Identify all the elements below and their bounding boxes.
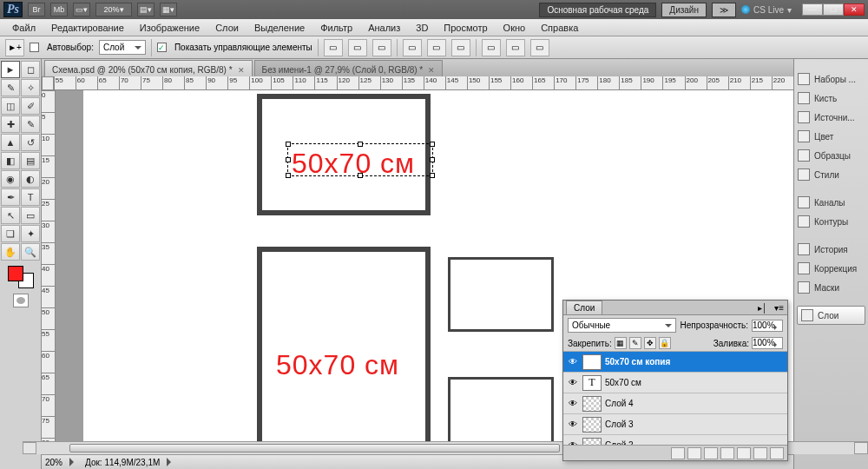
layer-name[interactable]: Слой 3	[605, 419, 634, 429]
dock--[interactable]: История	[794, 240, 868, 259]
layer-thumbnail[interactable]: T	[582, 354, 602, 370]
color-swatches[interactable]	[8, 266, 34, 288]
crop-tool[interactable]: ◫	[1, 97, 20, 115]
dock--[interactable]: Наборы ...	[794, 69, 868, 89]
layer-name[interactable]: Слой 4	[605, 399, 634, 408]
workspace-design-button[interactable]: Дизайн	[661, 3, 707, 17]
bridge-button[interactable]: Br	[28, 3, 45, 17]
blend-mode-select[interactable]: Обычные	[568, 318, 676, 333]
lock-pixels-button[interactable]: ✎	[629, 337, 641, 349]
marquee-tool[interactable]: ◻	[21, 61, 40, 78]
window-max-button[interactable]: ☐	[823, 3, 844, 16]
panel-menu-button[interactable]: ▾≡	[771, 301, 787, 314]
cs-live-button[interactable]: CS Live ▾	[741, 5, 792, 15]
window-min-button[interactable]: —	[802, 3, 823, 16]
dock--[interactable]: Источни...	[794, 108, 868, 127]
type-tool[interactable]: T	[21, 188, 40, 206]
align-6-button[interactable]: ▭	[451, 39, 470, 56]
menu-window[interactable]: Окно	[496, 21, 533, 35]
window-close-button[interactable]: ✕	[844, 3, 865, 16]
layer-thumbnail[interactable]: T	[582, 375, 602, 391]
zoom-preset-button[interactable]: 20% ▾	[95, 3, 132, 17]
align-2-button[interactable]: ▭	[348, 39, 367, 56]
align-4-button[interactable]: ▭	[403, 39, 422, 56]
3d-tool[interactable]: ❏	[1, 225, 20, 242]
blur-tool[interactable]: ◉	[1, 170, 20, 188]
delete-layer-button[interactable]	[770, 447, 784, 459]
dist-2-button[interactable]: ▭	[506, 39, 525, 56]
extras-button[interactable]: ▦▾	[160, 3, 177, 17]
menu-3d[interactable]: 3D	[409, 21, 435, 35]
scroll-right-button[interactable]	[854, 442, 868, 454]
lock-transparent-button[interactable]: ▦	[615, 337, 627, 349]
dock--[interactable]: Кисть	[794, 89, 868, 108]
dock--[interactable]: Маски	[794, 278, 868, 297]
eraser-tool[interactable]: ◧	[1, 152, 20, 169]
dock--[interactable]: Стили	[794, 165, 868, 184]
panel-collapse-button[interactable]: ▸│	[754, 301, 771, 314]
visibility-toggle[interactable]: 👁	[567, 398, 579, 410]
menu-layers[interactable]: Слои	[208, 21, 246, 35]
visibility-toggle[interactable]: 👁	[567, 377, 579, 389]
gradient-tool[interactable]: ▤	[21, 152, 40, 169]
eyedropper-tool[interactable]: ✐	[21, 97, 40, 115]
dist-3-button[interactable]: ▭	[530, 39, 549, 56]
heal-tool[interactable]: ✚	[1, 116, 20, 133]
layer-mask-button[interactable]	[704, 447, 718, 459]
workspace-main-button[interactable]: Основная рабочая среда	[539, 3, 656, 17]
pen-tool[interactable]: ✒	[1, 188, 20, 206]
layer-row[interactable]: 👁Слой 3	[563, 414, 787, 435]
close-icon[interactable]: ✕	[428, 66, 435, 75]
brush-tool[interactable]: ✎	[21, 116, 40, 133]
status-arrow-icon[interactable]	[167, 458, 175, 466]
layer-row[interactable]: 👁Слой 4	[563, 393, 787, 414]
text-layer-2[interactable]: 50х70 см	[276, 349, 399, 381]
ruler-vertical[interactable]: 05101520253035404550556065707580	[42, 90, 56, 454]
layer-thumbnail[interactable]	[582, 396, 602, 412]
dock--[interactable]: Коррекция	[794, 259, 868, 278]
opacity-input[interactable]: 100%	[752, 320, 783, 332]
doc-tab-1[interactable]: Схема.psd @ 20% (50х70 см копия, RGB/8) …	[44, 60, 253, 76]
zoom-tool[interactable]: 🔍	[21, 243, 40, 261]
quickmask-button[interactable]	[13, 294, 29, 307]
lock-position-button[interactable]: ✥	[644, 337, 656, 349]
new-layer-button[interactable]	[753, 447, 767, 459]
shape-tool[interactable]: ▭	[21, 207, 40, 224]
layer-row[interactable]: 👁Слой 2	[563, 435, 787, 445]
auto-select-checkbox[interactable]	[30, 43, 39, 52]
scroll-thumb-h[interactable]	[69, 444, 560, 452]
layer-name[interactable]: 50х70 см	[605, 378, 641, 387]
adjustment-layer-button[interactable]	[720, 447, 734, 459]
lasso-tool[interactable]: ✎	[1, 79, 20, 96]
move-tool-icon[interactable]: ►+	[5, 39, 24, 56]
foreground-color-swatch[interactable]	[8, 266, 23, 281]
menu-select[interactable]: Выделение	[247, 21, 312, 35]
transform-bounds[interactable]	[288, 144, 432, 175]
layer-list[interactable]: 👁T50х70 см копия👁T50х70 см👁Слой 4👁Слой 3…	[563, 352, 787, 445]
dock--[interactable]: Цвет	[794, 127, 868, 146]
layer-group-button[interactable]	[737, 447, 751, 459]
close-icon[interactable]: ✕	[238, 66, 245, 75]
align-3-button[interactable]: ▭	[372, 39, 391, 56]
minibridge-button[interactable]: Mb	[50, 3, 68, 17]
dist-1-button[interactable]: ▭	[482, 39, 501, 56]
fill-input[interactable]: 100%	[752, 337, 783, 349]
align-5-button[interactable]: ▭	[427, 39, 446, 56]
auto-select-target-select[interactable]: Слой	[99, 40, 146, 55]
hand-tool[interactable]: ✋	[1, 243, 20, 261]
dock--[interactable]: Образцы	[794, 146, 868, 165]
layer-thumbnail[interactable]	[582, 438, 602, 446]
doc-tab-2[interactable]: Без имени-1 @ 27,9% (Слой 0, RGB/8) *✕	[254, 60, 444, 76]
status-doc-size[interactable]: Док: 114,9M/23,1M	[85, 458, 160, 467]
layer-row[interactable]: 👁T50х70 см	[563, 373, 787, 393]
menu-analysis[interactable]: Анализ	[361, 21, 407, 35]
path-select-tool[interactable]: ↖	[1, 207, 20, 224]
ruler-horizontal[interactable]: 5560657075808590951001051101151201251301…	[54, 76, 793, 90]
menu-file[interactable]: Файл	[5, 21, 43, 35]
layers-panel-tab[interactable]: Слои	[566, 301, 602, 314]
visibility-toggle[interactable]: 👁	[567, 419, 579, 431]
menu-view[interactable]: Просмотр	[437, 21, 494, 35]
link-layers-button[interactable]	[671, 447, 685, 459]
status-arrow-icon[interactable]	[69, 458, 78, 466]
stamp-tool[interactable]: ▲	[1, 134, 20, 151]
